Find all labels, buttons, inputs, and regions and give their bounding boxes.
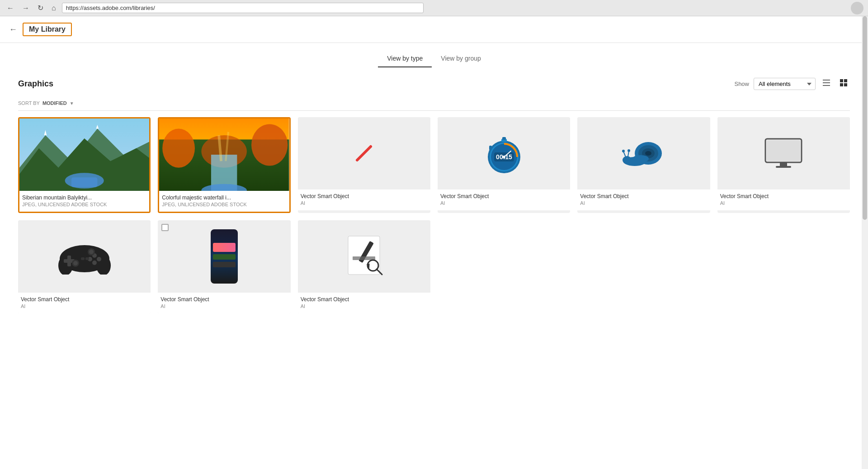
svg-rect-46 bbox=[780, 162, 787, 166]
svg-rect-1 bbox=[823, 82, 830, 83]
grid-item-7-info: Vector Smart Object AI bbox=[18, 293, 151, 313]
svg-rect-62 bbox=[85, 257, 89, 260]
grid-item-1-thumb bbox=[19, 118, 149, 191]
list-view-icon bbox=[822, 78, 831, 87]
address-bar[interactable] bbox=[62, 3, 424, 13]
svg-rect-11 bbox=[71, 177, 97, 187]
grid-item-6-thumb bbox=[717, 117, 850, 189]
grid-item-5-name: Vector Smart Object bbox=[580, 193, 707, 199]
show-controls: Show All elements Graphics Colors Charac… bbox=[734, 76, 850, 91]
grid-item-7-name: Vector Smart Object bbox=[21, 296, 148, 303]
sort-by-value: MODIFIED bbox=[42, 100, 67, 106]
svg-rect-45 bbox=[767, 140, 800, 161]
grid-item-9[interactable]: Vector Smart Object AI bbox=[298, 220, 430, 313]
sort-by-label: SORT BY bbox=[18, 100, 40, 106]
grid-item-8[interactable]: Vector Smart Object AI bbox=[158, 220, 290, 313]
scrollbar-thumb[interactable] bbox=[863, 16, 867, 220]
view-tabs-container: View by type View by group bbox=[0, 43, 868, 67]
sort-bar: SORT BY MODIFIED ▼ bbox=[18, 96, 850, 111]
show-label: Show bbox=[734, 81, 749, 87]
grid-item-7-type: AI bbox=[21, 303, 148, 309]
grid-item-5-thumb bbox=[577, 117, 710, 189]
tab-view-by-group[interactable]: View by group bbox=[432, 50, 490, 67]
grid-item-2-info: Colorful majestic waterfall i... JPEG, U… bbox=[159, 191, 289, 212]
svg-point-15 bbox=[163, 129, 195, 168]
grid-item-5[interactable]: Vector Smart Object AI bbox=[577, 117, 710, 213]
grid-row-1: Siberian mountain Balyiktyi... JPEG, UNL… bbox=[18, 117, 850, 213]
library-name-badge[interactable]: My Library bbox=[23, 23, 72, 36]
grid-item-1-name: Siberian mountain Balyiktyi... bbox=[22, 194, 146, 201]
gamepad-icon bbox=[57, 238, 112, 275]
grid-item-8-info: Vector Smart Object AI bbox=[158, 293, 290, 313]
grid-item-4-type: AI bbox=[440, 200, 567, 206]
grid-item-3-info: Vector Smart Object AI bbox=[298, 189, 430, 210]
svg-point-38 bbox=[632, 155, 649, 162]
grid-item-8-type: AI bbox=[160, 303, 288, 309]
grid-item-6[interactable]: Vector Smart Object AI bbox=[717, 117, 850, 213]
svg-rect-27 bbox=[502, 137, 506, 140]
grid-item-4-info: Vector Smart Object AI bbox=[438, 189, 570, 210]
grid-item-3[interactable]: Vector Smart Object AI bbox=[298, 117, 430, 213]
grid-item-9-name: Vector Smart Object bbox=[301, 296, 428, 303]
svg-rect-3 bbox=[840, 79, 843, 82]
grid-row-2: Vector Smart Object AI Vector Smart Obj bbox=[18, 220, 850, 313]
section-title: Graphics bbox=[18, 79, 53, 89]
svg-point-16 bbox=[251, 124, 288, 166]
grid-item-3-name: Vector Smart Object bbox=[301, 193, 428, 199]
list-view-button[interactable] bbox=[820, 76, 833, 91]
grid-view-button[interactable] bbox=[837, 76, 850, 91]
home-button[interactable]: ⌂ bbox=[49, 3, 58, 13]
show-select[interactable]: All elements Graphics Colors Character S… bbox=[754, 78, 816, 90]
tab-view-by-type[interactable]: View by type bbox=[378, 50, 432, 67]
grid-item-6-type: AI bbox=[720, 200, 847, 206]
stopwatch-icon: 00:15 bbox=[481, 131, 527, 176]
svg-point-43 bbox=[627, 149, 630, 152]
grid-item-6-info: Vector Smart Object AI bbox=[717, 189, 850, 210]
monitor-icon bbox=[763, 137, 804, 171]
svg-rect-4 bbox=[844, 79, 847, 82]
svg-point-54 bbox=[97, 257, 101, 261]
scrollbar-track[interactable] bbox=[862, 16, 868, 469]
grid-item-1-type: JPEG, UNLICENSED ADOBE STOCK bbox=[22, 202, 146, 207]
grid-item-8-name: Vector Smart Object bbox=[160, 296, 288, 303]
section-header: Graphics Show All elements Graphics Colo… bbox=[18, 76, 850, 91]
grid-item-7-thumb bbox=[18, 220, 151, 293]
back-button[interactable]: ← bbox=[5, 3, 16, 13]
grid-item-3-thumb bbox=[298, 117, 430, 189]
svg-point-39 bbox=[623, 156, 632, 164]
svg-point-60 bbox=[89, 250, 94, 254]
svg-line-22 bbox=[357, 147, 371, 160]
grid-item-6-name: Vector Smart Object bbox=[720, 193, 847, 199]
grid-item-2[interactable]: Colorful majestic waterfall i... JPEG, U… bbox=[158, 117, 290, 213]
browser-chrome: ← → ↻ ⌂ bbox=[0, 0, 868, 16]
snail-icon bbox=[619, 135, 669, 171]
svg-rect-6 bbox=[844, 83, 847, 86]
grid-item-7[interactable]: Vector Smart Object AI bbox=[18, 220, 151, 313]
grid-item-4[interactable]: 00:15 Vector Smart Object AI bbox=[438, 117, 570, 213]
grid-item-5-info: Vector Smart Object AI bbox=[577, 189, 710, 210]
svg-point-42 bbox=[622, 150, 625, 152]
grid-item-2-type: JPEG, UNLICENSED ADOBE STOCK bbox=[162, 202, 286, 207]
grid-item-5-type: AI bbox=[580, 200, 707, 206]
app-container: ← My Library View by type View by group … bbox=[0, 16, 868, 469]
library-back-arrow[interactable]: ← bbox=[9, 25, 17, 34]
svg-point-36 bbox=[645, 151, 651, 156]
grid-item-8-checkbox[interactable] bbox=[161, 224, 169, 231]
main-content: Graphics Show All elements Graphics Colo… bbox=[0, 67, 868, 322]
svg-point-56 bbox=[92, 261, 97, 265]
sort-arrow-icon[interactable]: ▼ bbox=[70, 101, 74, 106]
red-pen-icon bbox=[350, 140, 377, 167]
forward-button[interactable]: → bbox=[20, 3, 32, 13]
grid-item-4-thumb: 00:15 bbox=[438, 117, 570, 189]
grid-item-2-name: Colorful majestic waterfall i... bbox=[162, 194, 286, 201]
user-avatar bbox=[851, 2, 863, 14]
grid-item-9-thumb bbox=[298, 220, 430, 293]
tools-icon bbox=[339, 232, 389, 281]
svg-rect-28 bbox=[489, 146, 492, 150]
svg-rect-2 bbox=[823, 85, 830, 86]
svg-point-58 bbox=[73, 261, 78, 265]
grid-item-1[interactable]: Siberian mountain Balyiktyi... JPEG, UNL… bbox=[18, 117, 151, 213]
svg-rect-47 bbox=[776, 166, 791, 168]
refresh-button[interactable]: ↻ bbox=[35, 3, 46, 13]
grid-item-4-name: Vector Smart Object bbox=[440, 193, 567, 199]
